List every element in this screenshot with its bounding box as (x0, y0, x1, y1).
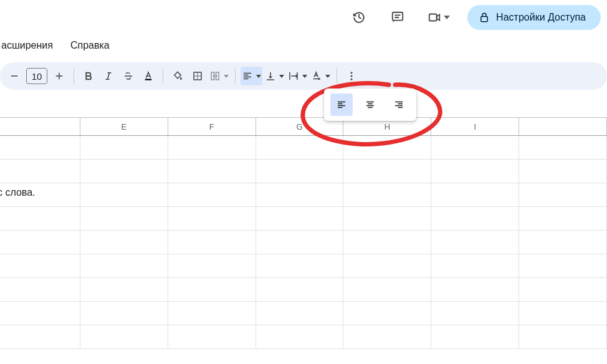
cell[interactable] (80, 325, 168, 349)
cell[interactable] (0, 231, 80, 254)
col-header[interactable]: E (80, 118, 168, 135)
cell[interactable] (519, 231, 607, 254)
history-icon (352, 11, 366, 24)
col-header[interactable] (0, 118, 80, 135)
font-size-increase[interactable] (50, 67, 69, 85)
history-icon-button[interactable] (347, 5, 371, 30)
cell[interactable] (168, 302, 256, 325)
cell[interactable] (0, 278, 80, 302)
cell[interactable] (256, 325, 344, 349)
cell[interactable] (80, 302, 168, 325)
cell[interactable] (80, 254, 168, 278)
cell[interactable] (256, 231, 344, 254)
cell[interactable] (343, 183, 431, 207)
align-center-option[interactable] (359, 93, 381, 116)
cell[interactable] (168, 231, 256, 254)
cell[interactable] (80, 207, 168, 231)
share-button[interactable]: Настройки Доступа (467, 5, 601, 30)
cell[interactable] (168, 278, 256, 302)
menu-help[interactable]: Справка (69, 37, 111, 54)
cell[interactable] (168, 207, 256, 231)
cell[interactable] (0, 136, 80, 160)
cell[interactable] (256, 302, 344, 325)
italic-button[interactable] (99, 67, 118, 85)
cell[interactable] (0, 325, 80, 349)
cell[interactable] (431, 254, 519, 278)
cell[interactable] (0, 254, 80, 278)
cell[interactable] (343, 207, 431, 231)
cell[interactable] (80, 278, 168, 302)
font-size-decrease[interactable] (5, 67, 24, 85)
cell[interactable] (519, 278, 607, 302)
lock-icon (479, 12, 490, 23)
cell[interactable] (431, 136, 519, 160)
cell[interactable] (80, 160, 168, 183)
cell[interactable] (519, 160, 607, 183)
cell[interactable] (343, 160, 431, 183)
cell[interactable] (519, 325, 607, 349)
cell[interactable] (343, 302, 431, 325)
cell[interactable] (0, 302, 80, 325)
cell[interactable] (256, 278, 344, 302)
cell[interactable] (256, 136, 344, 160)
cell[interactable] (256, 207, 344, 231)
cell[interactable] (431, 231, 519, 254)
cell[interactable] (519, 207, 607, 231)
cell[interactable] (431, 278, 519, 302)
cell[interactable] (519, 302, 607, 325)
cell[interactable] (343, 231, 431, 254)
merge-cells-dropdown[interactable] (208, 67, 230, 85)
borders-icon (192, 70, 203, 82)
cell[interactable] (80, 183, 168, 207)
toolbar (0, 62, 607, 90)
text-rotation-dropdown[interactable] (310, 67, 332, 85)
cell[interactable] (343, 136, 431, 160)
align-right-option[interactable] (388, 93, 410, 116)
cell[interactable] (256, 160, 344, 183)
cell[interactable] (168, 325, 256, 349)
cell[interactable] (0, 160, 80, 183)
cell[interactable] (431, 183, 519, 207)
cell[interactable] (168, 160, 256, 183)
spreadsheet-grid[interactable]: E F G H I с слова. (0, 117, 607, 364)
bold-button[interactable] (79, 67, 98, 85)
cell[interactable] (80, 136, 168, 160)
cell[interactable] (168, 183, 256, 207)
cell[interactable] (343, 278, 431, 302)
vertical-align-dropdown[interactable] (264, 67, 285, 85)
comments-icon-button[interactable] (385, 5, 410, 30)
cell[interactable] (80, 231, 168, 254)
cell[interactable] (431, 302, 519, 325)
cell[interactable] (431, 207, 519, 231)
fill-color-button[interactable] (168, 67, 187, 85)
cell[interactable] (256, 254, 344, 278)
font-size-input[interactable] (26, 68, 47, 84)
cell[interactable] (0, 207, 80, 231)
strikethrough-button[interactable] (119, 67, 138, 85)
cell[interactable] (431, 325, 519, 349)
meet-dropdown[interactable] (424, 5, 454, 30)
cell[interactable] (343, 254, 431, 278)
column-headers: E F G H I (0, 117, 607, 136)
cell[interactable] (256, 183, 344, 207)
text-color-icon (143, 70, 154, 82)
cell[interactable] (519, 183, 607, 207)
borders-button[interactable] (188, 67, 207, 85)
cell[interactable] (519, 136, 607, 160)
cell[interactable]: с слова. (0, 183, 80, 207)
col-header[interactable]: I (431, 118, 519, 135)
align-left-option[interactable] (330, 93, 353, 116)
col-header[interactable]: F (168, 118, 256, 135)
horizontal-align-dropdown[interactable] (241, 67, 262, 85)
cell[interactable] (168, 254, 256, 278)
chevron-down-icon (279, 75, 284, 78)
col-header[interactable] (519, 118, 607, 135)
cell[interactable] (431, 160, 519, 183)
cell[interactable] (519, 254, 607, 278)
cell[interactable] (343, 325, 431, 349)
text-color-button[interactable] (139, 67, 158, 85)
more-button[interactable] (342, 67, 361, 85)
menu-extensions[interactable]: асширения (0, 37, 54, 54)
cell[interactable] (168, 136, 256, 160)
text-wrap-dropdown[interactable] (287, 67, 308, 85)
